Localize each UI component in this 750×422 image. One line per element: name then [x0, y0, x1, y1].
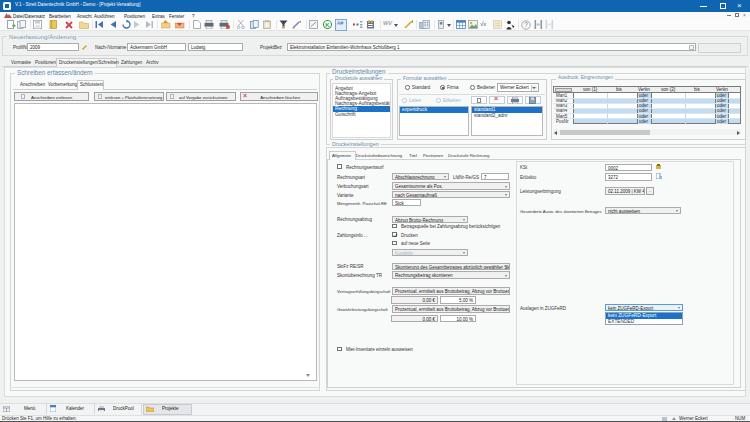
svg-text:K: K: [325, 22, 330, 28]
svg-text:?: ?: [524, 21, 528, 28]
